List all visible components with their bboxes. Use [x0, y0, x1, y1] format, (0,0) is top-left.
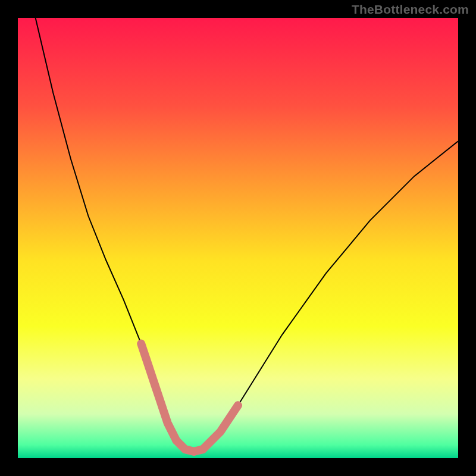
plot-area	[18, 18, 458, 458]
watermark-text: TheBottleneck.com	[352, 2, 469, 17]
plot-svg	[18, 18, 458, 458]
plot-background	[18, 18, 458, 458]
chart-root: TheBottleneck.com	[0, 0, 476, 476]
